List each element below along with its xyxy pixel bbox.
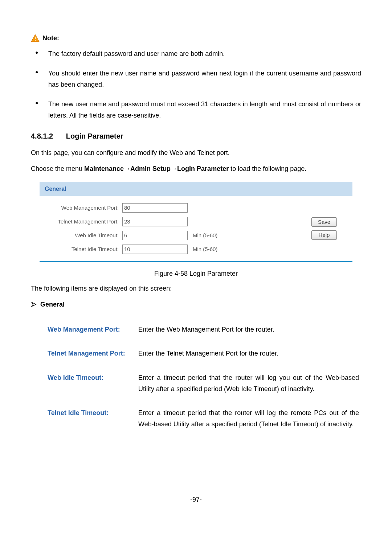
field-web-port: Web Management Port: (42, 201, 299, 215)
settings-panel: General Web Management Port: Telnet Mana… (40, 182, 352, 262)
panel-header: General (40, 182, 352, 196)
definition-desc: Enter the Web Management Port for the ro… (136, 317, 361, 342)
section-number: 4.8.1.2 (31, 130, 53, 142)
definitions-table: Web Management Port: Enter the Web Manag… (45, 317, 361, 436)
definition-term: Web Idle Timeout: (45, 366, 136, 401)
definition-desc: Enter the Telnet Management Port for the… (136, 341, 361, 366)
section-intro: On this page, you can configure and modi… (31, 147, 361, 159)
field-telnet-idle: Telnet Idle Timeout: Min (5-60) (42, 242, 299, 256)
general-label: General (40, 299, 65, 310)
definition-row: Web Idle Timeout: Enter a timeout period… (45, 366, 361, 401)
definition-row: Web Management Port: Enter the Web Manag… (45, 317, 361, 342)
definition-row: Telnet Management Port: Enter the Telnet… (45, 341, 361, 366)
definition-desc: Enter a timeout period that the router w… (136, 401, 361, 436)
label-telnet-port: Telnet Management Port: (42, 217, 122, 226)
label-telnet-idle: Telnet Idle Timeout: (42, 245, 122, 254)
arrow-right-icon (31, 301, 37, 307)
note-list: The factory default password and user na… (31, 48, 361, 121)
path-prefix: Choose the menu (31, 165, 84, 172)
note-item: The new user name and password must not … (31, 99, 361, 121)
page-number: -97- (31, 494, 361, 505)
input-telnet-idle[interactable] (122, 245, 188, 254)
field-web-idle: Web Idle Timeout: Min (5-60) (42, 229, 299, 242)
svg-marker-3 (32, 302, 36, 307)
note-item: The factory default password and user na… (31, 48, 361, 59)
figure-caption: Figure 4-58 Login Parameter (31, 268, 361, 279)
label-web-idle: Web Idle Timeout: (42, 231, 122, 240)
field-telnet-port: Telnet Management Port: (42, 215, 299, 229)
input-telnet-port[interactable] (122, 217, 188, 226)
section-heading: 4.8.1.2 Login Parameter (31, 130, 361, 142)
label-web-port: Web Management Port: (42, 203, 122, 213)
suffix-telnet-idle: Min (5-60) (188, 245, 217, 254)
input-web-port[interactable] (122, 203, 188, 213)
section-title: Login Parameter (66, 132, 123, 140)
warning-icon (31, 34, 40, 42)
save-button[interactable]: Save (311, 217, 337, 227)
menu-path: Choose the menu Maintenance→Admin Setup→… (31, 163, 361, 175)
definition-term: Telnet Management Port: (45, 341, 136, 366)
definition-term: Web Management Port: (45, 317, 136, 342)
help-button[interactable]: Help (311, 230, 337, 240)
note-item: You should enter the new user name and p… (31, 68, 361, 90)
definition-row: Telnet Idle Timeout: Enter a timeout per… (45, 401, 361, 436)
input-web-idle[interactable] (122, 231, 188, 240)
definition-term: Telnet Idle Timeout: (45, 401, 136, 436)
general-subheading: General (31, 299, 361, 310)
path-suffix: to load the following page. (229, 165, 306, 172)
note-label: Note: (42, 33, 59, 44)
suffix-web-idle: Min (5-60) (188, 231, 217, 240)
svg-rect-1 (35, 37, 36, 39)
note-box: Note: The factory default password and u… (31, 33, 361, 121)
items-displayed-text: The following items are displayed on thi… (31, 283, 361, 294)
definition-desc: Enter a timeout period that the router w… (136, 366, 361, 401)
path-bold: Maintenance→Admin Setup→Login Parameter (84, 165, 229, 172)
svg-rect-2 (35, 40, 36, 41)
